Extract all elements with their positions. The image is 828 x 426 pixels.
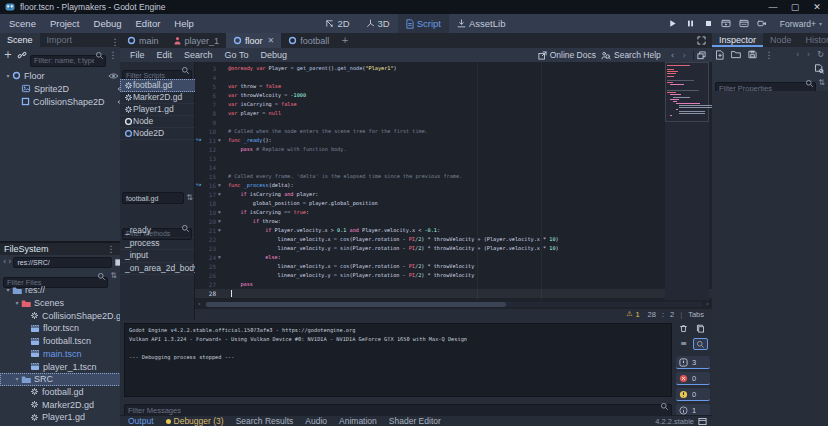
fs-item-football-gd[interactable]: football.gd — [0, 386, 120, 399]
add-node-icon[interactable]: + — [2, 50, 14, 60]
close-tab-icon[interactable]: ✕ — [268, 36, 275, 45]
code-line-24[interactable]: 24▾»»»else: — [195, 253, 712, 262]
code-line-3[interactable]: 3@onready var Player = get_parent().get_… — [195, 64, 712, 73]
scene-tab-floor[interactable]: floor✕ — [226, 33, 281, 48]
fold-arrow-icon[interactable]: ▾ — [218, 253, 221, 262]
inspector-tab-node[interactable]: Node — [763, 33, 799, 47]
code-line-26[interactable]: 26»»»»linear_velocity.y = sin(Player.rot… — [195, 271, 712, 280]
fs-item-res-[interactable]: ▾res:// — [0, 284, 120, 297]
prev-object-icon[interactable]: ‹ — [796, 50, 800, 59]
scene-tab-player_1[interactable]: player_1 — [166, 33, 227, 48]
fs-item-scenes[interactable]: ▾Scenes — [0, 297, 120, 310]
minimize-button[interactable]: — — [762, 0, 784, 14]
bottom-tab-output[interactable]: Output — [128, 416, 154, 426]
code-line-14[interactable]: 14 — [195, 163, 712, 172]
filesystem-menu-icon[interactable]: ⋮ — [106, 244, 116, 254]
minimap[interactable] — [665, 62, 709, 300]
message-filter-toggle[interactable]: 3 — [676, 356, 710, 369]
movie-maker-button[interactable] — [755, 16, 770, 31]
bottom-tab-audio[interactable]: Audio — [305, 416, 327, 426]
expand-bottom-panel-icon[interactable] — [698, 417, 707, 426]
fs-item-src[interactable]: ▾SRC — [0, 373, 120, 386]
stop-button[interactable] — [701, 16, 716, 31]
warning-filter-toggle[interactable]: 0 — [676, 388, 710, 401]
doc-search-icon[interactable] — [815, 64, 824, 74]
tree-arrow-icon[interactable]: ▾ — [4, 287, 12, 293]
code-line-8[interactable]: 8var player = null — [195, 109, 712, 118]
inspector-tab-inspector[interactable]: Inspector — [712, 33, 763, 47]
search-log-icon[interactable] — [693, 338, 708, 350]
code-line-4[interactable]: 4 — [195, 73, 712, 82]
scene-toolbar-menu-icon[interactable]: ⋮ — [108, 50, 118, 60]
code-line-19[interactable]: 19▾»if isCarrying == true: — [195, 208, 712, 217]
fs-item-football-tscn[interactable]: football.tscn — [0, 335, 120, 348]
scene-tab-main[interactable]: main — [120, 33, 166, 48]
script-menu-go-to[interactable]: Go To — [219, 50, 255, 60]
code-line-13[interactable]: 13 — [195, 154, 712, 163]
method-item--input[interactable]: _input — [120, 249, 200, 263]
script-menu-file[interactable]: File — [124, 50, 151, 60]
object-history-icon[interactable]: ↻ — [817, 51, 824, 59]
code-line-25[interactable]: 25»»»»linear_velocity.x = cos(Player.rot… — [195, 262, 712, 271]
inspector-tab-history[interactable]: History — [799, 33, 828, 47]
code-line-21[interactable]: 21▾»»»if Player.velocity.x > 0.1 and Pla… — [195, 226, 712, 235]
scroll-right-icon[interactable]: › — [703, 301, 712, 308]
menu-scene[interactable]: Scene — [2, 18, 43, 29]
tree-arrow-icon[interactable]: ▾ — [13, 300, 21, 306]
pause-button[interactable] — [683, 16, 698, 31]
sort-methods-icon[interactable]: ⇅ — [186, 194, 193, 202]
fs-item-player-1-tscn[interactable]: player_1.tscn — [0, 360, 120, 373]
error-filter-toggle[interactable]: 0 — [676, 372, 710, 385]
script-menu-search[interactable]: Search — [178, 50, 219, 60]
code-line-17[interactable]: 17▾»if isCarrying and player: — [195, 190, 712, 199]
sort-files-icon[interactable]: ⇅ — [110, 272, 117, 280]
instantiate-scene-icon[interactable] — [16, 50, 28, 60]
script-menu-debug[interactable]: Debug — [254, 50, 293, 60]
maximize-button[interactable]: ▢ — [784, 0, 806, 14]
eye-icon[interactable] — [108, 72, 119, 80]
bottom-tab-debugger-3-[interactable]: Debugger (3) — [166, 416, 224, 426]
fold-arrow-icon[interactable]: ▾ — [218, 217, 221, 226]
fold-arrow-icon[interactable]: ▾ — [218, 181, 221, 190]
scene-node-floor[interactable]: ▾Floor — [0, 69, 124, 82]
menu-project[interactable]: Project — [43, 18, 87, 29]
float-window-icon[interactable] — [697, 51, 706, 60]
signal-connection-icon[interactable]: ↪ — [196, 136, 201, 145]
code-line-27[interactable]: 27»pass — [195, 280, 712, 289]
code-line-7[interactable]: 7var isCarrying = false — [195, 100, 712, 109]
code-line-6[interactable]: 6var throwVelcoity = -1000 — [195, 91, 712, 100]
bottom-tab-shader-editor[interactable]: Shader Editor — [389, 416, 441, 426]
collapse-duplicates-icon[interactable]: ≡ — [676, 338, 691, 350]
menu-editor[interactable]: Editor — [129, 18, 168, 29]
forward-icon[interactable]: › — [8, 258, 11, 266]
code-line-22[interactable]: 22»»»»linear_velocity.x = cos(Player.rot… — [195, 235, 712, 244]
output-log[interactable]: Godot Engine v4.2.2.stable.official.1507… — [124, 323, 672, 397]
copy-log-icon[interactable] — [693, 322, 708, 334]
add-scene-tab-icon[interactable]: + — [336, 36, 354, 45]
new-resource-icon[interactable] — [716, 50, 724, 60]
code-editor[interactable]: 3@onready var Player = get_parent().get_… — [195, 62, 712, 300]
code-line-28[interactable]: 28 — [195, 289, 712, 298]
mode-3d[interactable]: 3D — [358, 14, 398, 33]
close-button[interactable]: ✕ — [806, 0, 828, 14]
load-resource-icon[interactable] — [731, 50, 741, 59]
fs-item-collisionshape2d-gd[interactable]: CollisionShape2D.gd — [0, 309, 120, 322]
code-line-11[interactable]: 11↪▾func _ready(): — [195, 136, 712, 145]
play-button[interactable] — [665, 16, 680, 31]
fs-item-floor-tscn[interactable]: floor.tscn — [0, 322, 120, 335]
fs-item-marker2d-gd[interactable]: Marker2D.gd — [0, 398, 120, 411]
expand-editor-icon[interactable] — [697, 36, 706, 45]
mode-assetlib[interactable]: AssetLib — [449, 14, 513, 33]
code-line-12[interactable]: 12»pass # Replace with function body. — [195, 145, 712, 154]
bottom-tab-search-results[interactable]: Search Results — [236, 416, 294, 426]
search-help-button[interactable]: Search Help — [601, 50, 661, 60]
next-object-icon[interactable]: › — [807, 50, 811, 59]
expand-all-icon[interactable]: ⇅ — [818, 79, 825, 87]
tree-arrow-icon[interactable]: ▾ — [13, 376, 21, 382]
code-line-15[interactable]: 15# Called every frame. 'delta' is the e… — [195, 172, 712, 181]
scroll-left-icon[interactable]: ‹ — [195, 301, 204, 308]
code-line-5[interactable]: 5var throw = false — [195, 82, 712, 91]
scene-tab-football[interactable]: football — [281, 33, 336, 48]
online-docs-button[interactable]: Online Docs — [538, 50, 596, 60]
fs-item-main-tscn[interactable]: main.tscn — [0, 348, 120, 361]
